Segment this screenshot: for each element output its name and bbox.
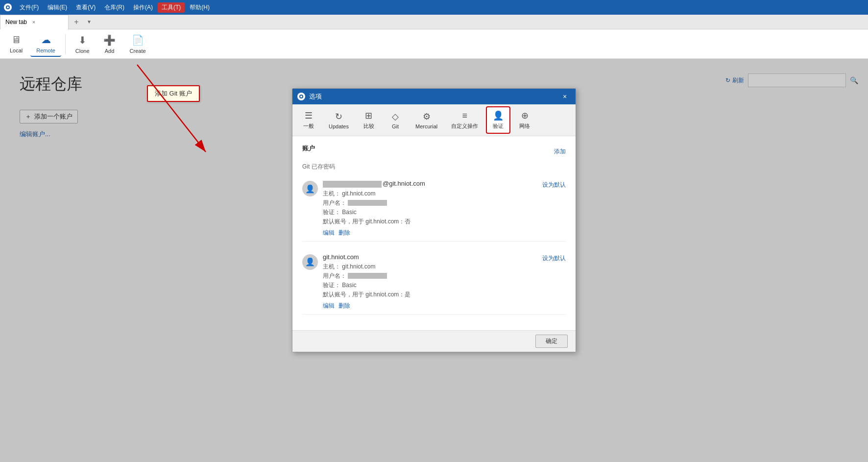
toolbar-local-btn[interactable]: 🖥 Local (4, 31, 28, 57)
dialog-tab-custom-label: 自定义操作 (451, 122, 478, 130)
new-tab-btn[interactable]: + (70, 15, 83, 29)
dialog-tab-auth[interactable]: 👤 验证 (486, 106, 510, 134)
toolbar-add-label: Add (105, 48, 115, 54)
main-content: 远程仓库 ＋ 添加一个账户 编辑账户... ↻ 刷新 🔍 选项 × (0, 59, 868, 462)
dialog-footer: 确定 (292, 330, 576, 352)
dialog-title: 选项 (309, 92, 555, 101)
account-actions-2: 编辑 删除 (323, 302, 537, 310)
account-username-1: 用户名： (323, 199, 537, 207)
username-label-1: 用户名： (323, 199, 346, 206)
diff-icon: ⊞ (365, 110, 372, 121)
username-blurred-1 (348, 200, 387, 206)
network-icon: ⊕ (521, 110, 529, 121)
app-logo (4, 3, 12, 11)
menu-repo[interactable]: 仓库(R) (100, 2, 128, 13)
dialog-tab-git-label: Git (392, 123, 399, 129)
account-default-1: 默认账号，用于 git.hniot.com：否 (323, 218, 537, 226)
host-label-1: 主机： (323, 190, 340, 197)
toolbar: 🖥 Local ☁ Remote ⬇ Clone ➕ Add 📄 Create (0, 29, 868, 59)
account-name-value-2: git.hniot.com (323, 253, 359, 261)
set-default-btn-2[interactable]: 设为默认 (542, 254, 566, 263)
dialog-tab-updates-label: Updates (329, 123, 349, 129)
account-host-2: 主机： git.hniot.com (323, 263, 537, 271)
toolbar-sep-1 (65, 34, 66, 54)
delete-link-1[interactable]: 删除 (338, 229, 350, 237)
username-blurred-2 (348, 273, 387, 279)
menu-actions[interactable]: 操作(A) (129, 2, 157, 13)
account-name-2: git.hniot.com (323, 253, 537, 261)
account-name-1: @git.hniot.com (323, 180, 537, 188)
create-icon: 📄 (132, 34, 144, 46)
auth-value-2: Basic (342, 282, 356, 289)
account-email-suffix-1: @git.hniot.com (383, 180, 425, 187)
tab-new[interactable]: New tab × (0, 15, 69, 29)
dialog-tab-general[interactable]: ☰ 一般 (296, 107, 321, 133)
toolbar-local-label: Local (10, 48, 23, 53)
ok-btn[interactable]: 确定 (535, 335, 568, 348)
dialog-titlebar: 选项 × (292, 89, 576, 104)
add-icon: ➕ (103, 34, 116, 46)
default-label-2: 默认账号，用于 git.hniot.com：是 (323, 291, 410, 298)
account-right-1: 设为默认 (542, 180, 566, 189)
svg-line-5 (137, 65, 206, 152)
host-value-2: git.hniot.com (342, 263, 375, 270)
set-default-btn-1[interactable]: 设为默认 (542, 181, 566, 189)
auth-label-1: 验证： (323, 209, 340, 216)
dialog-tab-auth-label: 验证 (493, 122, 504, 130)
dialog-tab-custom[interactable]: ≡ 自定义操作 (445, 108, 484, 133)
dialog-tab-updates[interactable]: ↻ Updates (323, 108, 355, 132)
add-account-dialog-btn[interactable]: 添加 (554, 147, 566, 156)
toolbar-remote-label: Remote (36, 48, 55, 53)
account-email-blurred-1 (323, 181, 382, 188)
dialog-tab-diff[interactable]: ⊞ 比较 (357, 107, 381, 133)
options-dialog: 选项 × ☰ 一般 ↻ Updates ⊞ 比较 ◇ (292, 88, 576, 352)
edit-link-1[interactable]: 编辑 (323, 229, 335, 237)
dialog-overlay: 选项 × ☰ 一般 ↻ Updates ⊞ 比较 ◇ (0, 59, 868, 462)
tabbar: New tab × + ▼ (0, 15, 868, 29)
clone-icon: ⬇ (78, 34, 87, 46)
titlebar: 文件(F) 编辑(E) 查看(V) 仓库(R) 操作(A) 工具(T) 帮助(H… (0, 0, 868, 15)
account-avatar-1: 👤 (302, 181, 318, 196)
account-right-2: 设为默认 (542, 253, 566, 263)
account-entry-1: 👤 @git.hniot.com 主机： git.hniot.com 用户名： (302, 176, 566, 242)
dialog-tab-git[interactable]: ◇ Git (383, 108, 408, 132)
svg-point-1 (7, 6, 9, 8)
auth-icon: 👤 (493, 110, 504, 121)
updates-icon: ↻ (335, 111, 342, 122)
host-value-1: git.hniot.com (342, 190, 375, 197)
tab-dropdown-btn[interactable]: ▼ (83, 16, 95, 28)
toolbar-remote-btn[interactable]: ☁ Remote (30, 31, 61, 57)
account-host-1: 主机： git.hniot.com (323, 190, 537, 198)
menu-edit[interactable]: 编辑(E) (44, 2, 71, 13)
account-default-2: 默认账号，用于 git.hniot.com：是 (323, 291, 537, 299)
toolbar-add-btn[interactable]: ➕ Add (97, 31, 122, 57)
mercurial-icon: ⚙ (423, 111, 431, 122)
custom-icon: ≡ (462, 111, 467, 121)
menu-file[interactable]: 文件(F) (16, 2, 43, 13)
delete-link-2[interactable]: 删除 (338, 302, 350, 310)
tab-close-btn[interactable]: × (30, 18, 38, 26)
avatar-icon-1: 👤 (305, 184, 315, 194)
account-entry-2: 👤 git.hniot.com 主机： git.hniot.com 用户名： (302, 249, 566, 315)
host-label-2: 主机： (323, 263, 340, 270)
dialog-close-btn[interactable]: × (559, 91, 571, 102)
edit-link-2[interactable]: 编辑 (323, 302, 335, 310)
username-label-2: 用户名： (323, 272, 346, 279)
dialog-tab-network[interactable]: ⊕ 网络 (512, 107, 537, 133)
auth-label-2: 验证： (323, 282, 340, 289)
dialog-logo (297, 93, 305, 100)
dialog-tab-mercurial[interactable]: ⚙ Mercurial (410, 108, 443, 132)
toolbar-clone-btn[interactable]: ⬇ Clone (70, 31, 96, 57)
avatar-icon-2: 👤 (305, 257, 315, 267)
menu-tools[interactable]: 工具(T) (158, 2, 185, 13)
auth-value-1: Basic (342, 209, 356, 216)
toolbar-clone-label: Clone (75, 48, 90, 54)
toolbar-create-label: Create (130, 48, 146, 54)
git-icon: ◇ (392, 111, 399, 122)
remote-icon: ☁ (41, 34, 51, 46)
menu-view[interactable]: 查看(V) (72, 2, 99, 13)
account-info-2: git.hniot.com 主机： git.hniot.com 用户名： 验证： (323, 253, 537, 310)
account-avatar-2: 👤 (302, 254, 318, 270)
menu-help[interactable]: 帮助(H) (186, 2, 214, 13)
toolbar-create-btn[interactable]: 📄 Create (124, 31, 152, 57)
